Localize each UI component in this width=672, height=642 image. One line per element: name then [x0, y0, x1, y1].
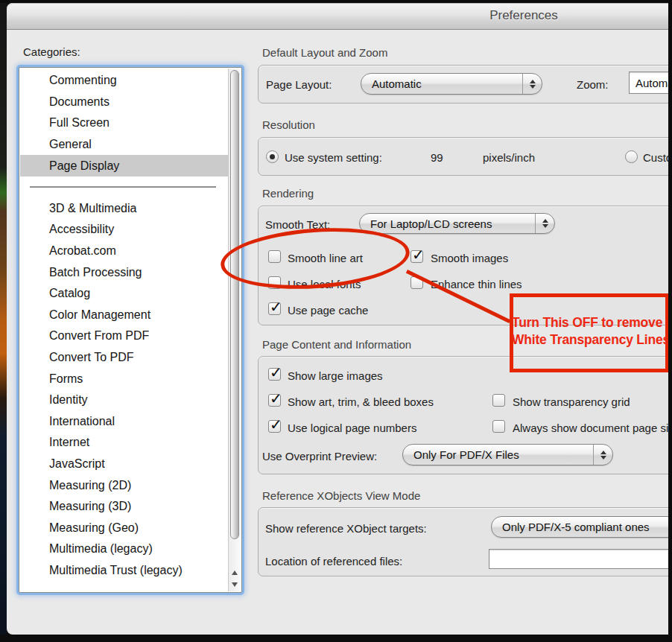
xobject-targets-select[interactable]: Only PDF/X-5 compliant ones	[491, 516, 672, 538]
stepper-icon	[535, 214, 554, 233]
list-item[interactable]: Measuring (3D)	[20, 496, 228, 518]
zoom-label: Zoom:	[577, 78, 609, 91]
list-item[interactable]: Measuring (Geo)	[20, 517, 228, 538]
list-item[interactable]: International	[20, 411, 228, 433]
use-logical-page-numbers-checkbox[interactable]	[268, 420, 281, 433]
show-large-images-label: Show large images	[288, 369, 383, 382]
list-item[interactable]: Identity	[20, 390, 228, 411]
resolution-unit: pixels/inch	[483, 151, 535, 164]
smooth-images-label: Smooth images	[431, 252, 508, 264]
section-page-content-title: Page Content and Information	[262, 338, 411, 351]
scrollbar-thumb[interactable]	[230, 70, 239, 539]
desktop-background	[0, 0, 7, 642]
page-layout-label: Page Layout:	[266, 78, 332, 91]
page-layout-select[interactable]: Automatic	[361, 73, 542, 95]
list-item[interactable]: Color Management	[20, 305, 228, 326]
list-item[interactable]: Multimedia (legacy)	[20, 538, 228, 560]
zoom-value: Automatic	[635, 77, 672, 89]
frame-bottom	[0, 635, 672, 642]
xobject-targets-label: Show reference XObject targets:	[265, 522, 427, 535]
list-item[interactable]: Page Display	[20, 155, 228, 177]
use-system-setting-label: Use system setting:	[285, 151, 382, 164]
custom-resolution-radio[interactable]	[625, 150, 638, 163]
section-default-layout-title: Default Layout and Zoom	[262, 46, 387, 59]
section-xobjects-title: Reference XObjects View Mode	[262, 489, 420, 502]
section-resolution-title: Resolution	[262, 118, 315, 131]
list-item[interactable]: Multimedia Trust (legacy)	[20, 560, 228, 582]
smooth-text-value: For Laptop/LCD screens	[360, 217, 535, 230]
use-page-cache-label: Use page cache	[288, 304, 368, 317]
list-item[interactable]: Commenting	[20, 70, 228, 92]
list-item[interactable]: Forms	[20, 368, 228, 390]
categories-group-bottom: 3D & MultimediaAccessibilityAcrobat.comB…	[20, 198, 228, 582]
scroll-down-icon[interactable]	[229, 579, 241, 590]
always-show-page-size-label: Always show document page size	[513, 422, 672, 434]
list-item[interactable]: Catalog	[20, 283, 228, 305]
list-item[interactable]: Batch Processing	[20, 261, 228, 283]
window-title: Preferences	[449, 8, 598, 23]
annotation-text-line2: White Transparency Lines	[512, 332, 670, 348]
categories-group-top: CommentingDocumentsFull ScreenGeneralPag…	[20, 70, 228, 177]
xobject-targets-value: Only PDF/X-5 compliant ones	[492, 521, 672, 533]
smooth-images-checkbox[interactable]	[411, 250, 423, 263]
use-logical-page-numbers-label: Use logical page numbers	[288, 422, 416, 434]
referenced-files-label: Location of referenced files:	[265, 555, 402, 568]
always-show-page-size-checkbox[interactable]	[492, 420, 505, 433]
list-item[interactable]: Measuring (2D)	[20, 474, 228, 496]
list-item[interactable]: Acrobat.com	[20, 241, 228, 262]
list-item[interactable]: 3D & Multimedia	[20, 198, 228, 220]
list-item[interactable]: General	[20, 134, 228, 156]
referenced-files-input[interactable]	[489, 549, 672, 569]
list-divider	[20, 177, 228, 198]
frame-top	[0, 0, 672, 3]
show-transparency-grid-label: Show transparency grid	[513, 395, 630, 408]
show-large-images-checkbox[interactable]	[268, 368, 281, 381]
stepper-icon	[522, 74, 542, 94]
scrollbar[interactable]	[228, 69, 241, 591]
resolution-value: 99	[431, 151, 443, 164]
zoom-select[interactable]: Automatic	[629, 71, 672, 94]
categories-label: Categories:	[23, 45, 80, 58]
overprint-preview-value: Only For PDF/X Files	[403, 448, 593, 461]
show-art-trim-bleed-checkbox[interactable]	[268, 394, 281, 407]
stepper-icon	[593, 445, 612, 465]
use-system-setting-radio[interactable]	[266, 150, 279, 163]
list-item[interactable]: JavaScript	[20, 454, 228, 475]
section-rendering-title: Rendering	[262, 187, 314, 200]
frame-right	[668, 0, 672, 642]
list-item[interactable]: Full Screen	[20, 112, 228, 134]
categories-listbox[interactable]: CommentingDocumentsFull ScreenGeneralPag…	[19, 67, 242, 593]
overprint-preview-select[interactable]: Only For PDF/X Files	[402, 444, 613, 465]
annotation-text-line1: Turn This OFF to remove	[512, 315, 662, 331]
overprint-preview-label: Use Overprint Preview:	[262, 450, 377, 463]
show-art-trim-bleed-label: Show art, trim, & bleed boxes	[288, 395, 434, 408]
scroll-up-icon[interactable]	[229, 567, 241, 578]
list-item[interactable]: Documents	[20, 92, 228, 113]
page-layout-value: Automatic	[361, 77, 522, 90]
list-item[interactable]: Convert To PDF	[20, 347, 228, 369]
list-item[interactable]: Internet	[20, 432, 228, 454]
categories-items: CommentingDocumentsFull ScreenGeneralPag…	[20, 70, 228, 581]
use-page-cache-checkbox[interactable]	[268, 302, 281, 315]
list-item[interactable]: Convert From PDF	[20, 325, 228, 347]
list-item[interactable]: Accessibility	[20, 219, 228, 241]
smooth-text-select[interactable]: For Laptop/LCD screens	[359, 213, 555, 234]
screenshot-stage: Preferences Categories: CommentingDocume…	[0, 0, 672, 642]
show-transparency-grid-checkbox[interactable]	[492, 394, 505, 407]
